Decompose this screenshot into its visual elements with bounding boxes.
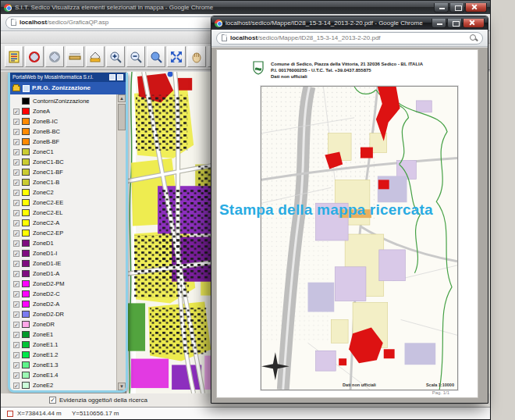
fill-style-button[interactable] — [86, 46, 105, 67]
layer-label: ZoneC1-B — [33, 179, 59, 186]
layer-row[interactable]: ✓ZoneD1-IE — [10, 258, 116, 269]
pdf-map[interactable]: Dati non ufficiali Scala 1:10000 — [261, 86, 458, 390]
page-number: Pag. 1/1 — [432, 390, 449, 395]
layer-checkbox[interactable]: ✓ — [13, 352, 20, 358]
scroll-up-arrow[interactable]: ▲ — [118, 94, 126, 102]
layer-checkbox[interactable]: ✓ — [13, 251, 20, 257]
layer-row[interactable]: ✓ZoneE2 — [10, 380, 116, 390]
layer-checkbox[interactable]: ✓ — [13, 220, 20, 226]
search-icon[interactable] — [470, 34, 478, 42]
layer-row[interactable]: ✓ZoneD2-PM — [10, 279, 116, 289]
gis-titlebar[interactable]: S.I.T. Sedico Visualizza elementi selezi… — [1, 1, 490, 14]
layer-checkbox[interactable]: ✓ — [13, 362, 20, 368]
layer-checkbox[interactable]: ✓ — [13, 372, 20, 379]
layer-row[interactable]: ✓ZoneC2-EP — [10, 228, 116, 238]
layer-checkbox[interactable]: ✓ — [13, 383, 20, 389]
layer-checkbox[interactable]: ✓ — [13, 230, 20, 237]
legend-button[interactable] — [5, 46, 23, 67]
select-theme-button[interactable] — [25, 46, 44, 67]
panel-close-button[interactable] — [117, 74, 123, 80]
panel-collapse-button[interactable] — [109, 74, 115, 80]
layer-checkbox[interactable]: ✓ — [13, 169, 20, 176]
layer-row[interactable]: ✓ZoneD1-A — [10, 269, 116, 279]
layer-row[interactable]: ✓ZoneD2-DR — [10, 309, 116, 319]
layer-row[interactable]: ✓ZoneE1.4 — [10, 370, 116, 380]
layer-row[interactable]: ✓ZoneB-IC — [10, 116, 116, 126]
close-button[interactable] — [463, 19, 485, 28]
pan-button[interactable] — [187, 46, 206, 67]
layer-row[interactable]: ✓ZoneD1 — [10, 238, 116, 248]
folder-icon — [12, 86, 20, 91]
layer-row[interactable]: ✓ZoneE1.1 — [10, 340, 116, 350]
layer-swatch — [22, 351, 30, 358]
pdf-url-field[interactable]: localhost/sedico/Mappe/ID28_15-3-14_2013… — [216, 32, 483, 44]
overlay-text: Stampa della mappa ricercata — [219, 201, 433, 219]
layer-checkbox[interactable]: ✓ — [13, 159, 20, 166]
layer-checkbox[interactable]: ✓ — [13, 261, 20, 267]
layer-row[interactable]: ✓ZoneC1-B — [10, 177, 116, 187]
layer-row[interactable]: ✓ZoneA — [10, 106, 116, 116]
layer-checkbox[interactable]: ✓ — [13, 332, 20, 338]
layer-checkbox[interactable]: ✓ — [13, 190, 20, 196]
layer-row[interactable]: ✓ZoneD2-C — [10, 289, 116, 299]
minimize-button[interactable] — [434, 3, 449, 12]
layer-row[interactable]: ✓ZoneC2-EE — [10, 198, 116, 208]
maximize-button[interactable] — [449, 3, 464, 12]
layer-checkbox[interactable]: ✓ — [13, 322, 20, 328]
layer-row[interactable]: ✓ZoneD1-I — [10, 248, 116, 258]
layer-label: ZoneD1 — [33, 240, 54, 247]
layer-row[interactable]: ✓ZoneE1 — [10, 329, 116, 340]
layer-row[interactable]: ✓ZoneB-BF — [10, 137, 116, 147]
layer-label: ZoneD2-DR — [33, 311, 64, 318]
layer-checkbox[interactable]: ✓ — [13, 180, 20, 186]
layer-row[interactable]: ✓ZoneE1.2 — [10, 350, 116, 360]
layer-checkbox[interactable]: ✓ — [13, 129, 20, 135]
layer-scrollbar[interactable]: ▲ ▼ — [116, 94, 126, 390]
minimize-button[interactable] — [432, 19, 446, 28]
layer-row[interactable]: ✓ZoneC1 — [10, 147, 116, 157]
full-extent-icon — [169, 50, 183, 64]
scroll-down-arrow[interactable]: ▼ — [118, 383, 126, 390]
layer-checkbox[interactable]: ✓ — [13, 119, 20, 125]
measure-button[interactable] — [66, 46, 84, 67]
layer-checkbox[interactable]: ✓ — [13, 200, 20, 206]
layer-checkbox[interactable]: ✓ — [13, 109, 20, 115]
layer-row[interactable]: ✓ZoneC1-BF — [10, 167, 116, 177]
layer-checkbox[interactable]: ✓ — [13, 342, 20, 348]
zoom-in-button[interactable] — [106, 46, 125, 67]
layer-checkbox[interactable]: ✓ — [13, 271, 20, 277]
close-button[interactable] — [465, 3, 487, 12]
layer-row[interactable]: ✓ZoneC2-A — [10, 218, 116, 228]
maximize-button[interactable] — [447, 19, 462, 28]
layer-checkbox[interactable]: ✓ — [13, 291, 20, 297]
highlight-checkbox[interactable]: ✓ — [49, 397, 56, 404]
pdf-titlebar[interactable]: localhost/sedico/Mappe/ID28_15-3-14_2013… — [211, 16, 488, 30]
coordinate-marker-icon — [7, 411, 13, 417]
scroll-thumb[interactable] — [118, 104, 126, 130]
layer-row[interactable]: ✓ZoneE1.3 — [10, 360, 116, 370]
layer-checkbox[interactable]: ✓ — [13, 240, 20, 247]
layer-row[interactable]: ✓ZoneD2-A — [10, 299, 116, 309]
layer-row[interactable]: ✓ZoneC1-BC — [10, 157, 116, 167]
pdf-viewer[interactable]: Comune di Sedico, Piazza della Vittoria,… — [211, 48, 488, 403]
layer-swatch — [22, 290, 30, 297]
layer-row[interactable]: ✓ZoneB-BC — [10, 126, 116, 137]
layer-checkbox[interactable]: ✓ — [13, 139, 20, 145]
layer-row[interactable]: ✓ZoneDR — [10, 319, 116, 329]
deselect-theme-button[interactable] — [45, 46, 64, 67]
layer-checkbox[interactable]: ✓ — [13, 301, 20, 308]
layer-group-header[interactable]: P.R.G. Zonizzazione — [10, 82, 126, 94]
layer-row[interactable]: ✓ZoneC2 — [10, 187, 116, 198]
layer-row[interactable]: ContorniZonizzazione — [10, 96, 116, 106]
layer-checkbox[interactable]: ✓ — [13, 311, 20, 318]
legend-icon — [7, 50, 21, 64]
zoom-selection-button[interactable] — [147, 46, 165, 67]
zoom-out-button[interactable] — [126, 46, 145, 67]
layer-checkbox[interactable]: ✓ — [13, 149, 20, 155]
layer-checkbox[interactable]: ✓ — [13, 281, 20, 287]
layer-row[interactable]: ✓ZoneC2-EL — [10, 208, 116, 218]
layer-checkbox[interactable]: ✓ — [13, 210, 20, 216]
page-icon — [222, 34, 227, 41]
pdf-page: Comune di Sedico, Piazza della Vittoria,… — [216, 49, 478, 398]
full-extent-button[interactable] — [167, 46, 186, 67]
